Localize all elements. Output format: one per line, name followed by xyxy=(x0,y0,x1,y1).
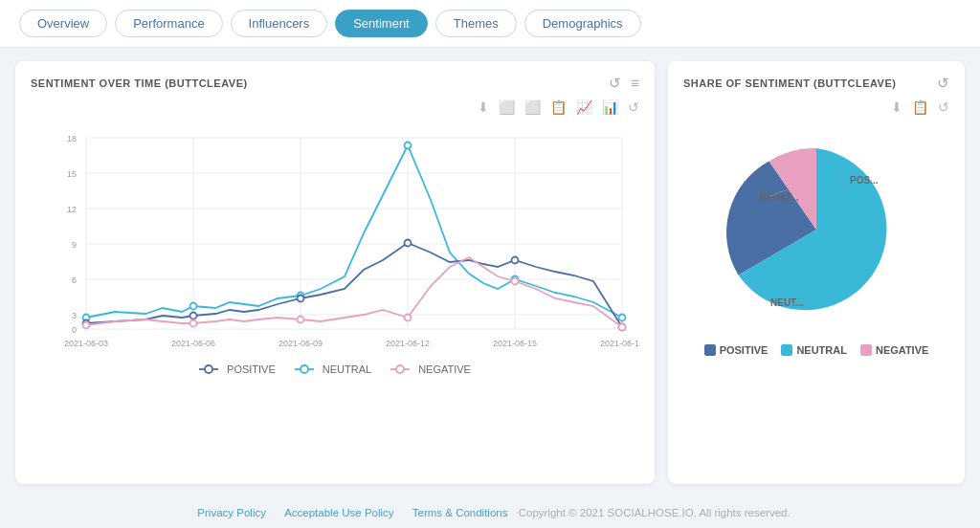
tab-sentiment[interactable]: Sentiment xyxy=(335,10,428,37)
select-icon[interactable]: ⬜ xyxy=(524,99,541,115)
card-icons-right: ↺ xyxy=(937,75,949,92)
line-chart-area: 18 15 12 9 6 3 0 2021-06-03 2021-06-06 2… xyxy=(31,119,639,396)
negative-swatch xyxy=(860,344,872,356)
svg-point-36 xyxy=(512,257,519,264)
legend-neutral: NEUTRAL xyxy=(295,363,371,375)
svg-text:18: 18 xyxy=(67,134,77,143)
pie-legend-neutral-label: NEUTRAL xyxy=(796,344,847,356)
tab-overview[interactable]: Overview xyxy=(19,10,107,37)
svg-point-33 xyxy=(190,313,197,319)
svg-point-43 xyxy=(619,324,626,331)
legend-neutral-label: NEUTRAL xyxy=(323,363,371,375)
line-chart-svg: 18 15 12 9 6 3 0 2021-06-03 2021-06-06 2… xyxy=(31,119,639,358)
line-chart-legend: POSITIVE NEUTRAL NEGATIVE xyxy=(31,363,639,375)
pie-legend: POSITIVE NEUTRAL NEGATIVE xyxy=(704,344,929,356)
share-of-sentiment-card: SHARE OF SENTIMENT (BUTTCLEAVE) ↺ ⬇ 📋 ↺ xyxy=(668,61,965,484)
svg-text:POS...: POS... xyxy=(850,175,879,186)
bar-chart-icon[interactable]: 📊 xyxy=(602,99,618,115)
copy-icon-pie[interactable]: 📋 xyxy=(912,99,928,115)
svg-point-34 xyxy=(298,296,304,302)
svg-point-39 xyxy=(190,320,197,327)
tab-performance[interactable]: Performance xyxy=(115,10,222,37)
svg-point-49 xyxy=(396,365,404,373)
acceptable-use-link[interactable]: Acceptable Use Policy xyxy=(284,507,393,518)
svg-text:12: 12 xyxy=(67,205,77,214)
svg-text:2021-06-03: 2021-06-03 xyxy=(64,339,108,348)
pie-legend-negative-label: NEGATIVE xyxy=(876,344,928,356)
svg-text:2021-06-09: 2021-06-09 xyxy=(278,339,323,348)
refresh-icon[interactable]: ↺ xyxy=(609,75,621,92)
positive-swatch xyxy=(704,344,716,356)
reset-icon-pie[interactable]: ↺ xyxy=(938,99,949,115)
tab-demographics[interactable]: Demographics xyxy=(524,10,641,37)
pie-area: POS... NEUT... NEGAT... POSITIVE NEUTRAL xyxy=(683,124,949,356)
line-chart-icon[interactable]: 📈 xyxy=(576,99,592,115)
privacy-policy-link[interactable]: Privacy Policy xyxy=(197,507,266,518)
copy-icon[interactable]: 📋 xyxy=(550,99,567,115)
svg-text:15: 15 xyxy=(67,169,77,179)
svg-point-31 xyxy=(619,315,626,321)
menu-icon[interactable]: ≡ xyxy=(631,75,639,92)
svg-point-42 xyxy=(512,278,519,285)
svg-point-38 xyxy=(83,322,90,329)
pie-chart-svg: POS... NEUT... NEGAT... xyxy=(711,124,922,335)
svg-text:2021-06-15: 2021-06-15 xyxy=(493,339,537,348)
crop-icon[interactable]: ⬜ xyxy=(499,99,515,115)
svg-point-47 xyxy=(301,365,308,373)
pie-toolbar: ⬇ 📋 ↺ xyxy=(683,99,949,115)
pie-legend-negative: NEGATIVE xyxy=(860,344,928,356)
svg-text:2021-06-06: 2021-06-06 xyxy=(171,339,215,348)
pie-legend-positive: POSITIVE xyxy=(704,344,768,356)
card-header-left: SENTIMENT OVER TIME (BUTTCLEAVE) ↺ ≡ xyxy=(31,75,639,92)
legend-positive: POSITIVE xyxy=(199,363,276,375)
download-icon-pie[interactable]: ⬇ xyxy=(891,99,902,115)
svg-point-45 xyxy=(205,365,212,373)
neutral-swatch xyxy=(781,344,792,356)
svg-text:9: 9 xyxy=(72,240,77,250)
tab-influencers[interactable]: Influencers xyxy=(231,10,328,37)
tab-themes[interactable]: Themes xyxy=(435,10,517,37)
sentiment-over-time-card: SENTIMENT OVER TIME (BUTTCLEAVE) ↺ ≡ ⬇ ⬜… xyxy=(15,61,655,484)
legend-negative-label: NEGATIVE xyxy=(418,363,471,375)
legend-negative: NEGATIVE xyxy=(390,363,471,375)
svg-point-29 xyxy=(405,143,412,149)
pie-legend-neutral: NEUTRAL xyxy=(781,344,847,356)
svg-point-27 xyxy=(190,303,197,310)
footer: Privacy Policy Acceptable Use Policy Ter… xyxy=(0,497,980,528)
chart-toolbar: ⬇ ⬜ ⬜ 📋 📈 📊 ↺ xyxy=(31,99,639,115)
main-content: SENTIMENT OVER TIME (BUTTCLEAVE) ↺ ≡ ⬇ ⬜… xyxy=(0,48,980,497)
pie-legend-positive-label: POSITIVE xyxy=(720,344,768,356)
card-icons-left: ↺ ≡ xyxy=(609,75,639,92)
reset-icon[interactable]: ↺ xyxy=(628,99,639,115)
left-card-title: SENTIMENT OVER TIME (BUTTCLEAVE) xyxy=(31,77,248,89)
card-header-right: SHARE OF SENTIMENT (BUTTCLEAVE) ↺ xyxy=(683,75,949,92)
right-card-title: SHARE OF SENTIMENT (BUTTCLEAVE) xyxy=(683,77,896,89)
copyright-text: Copyright © 2021 SOCIALHOSE.IO. All righ… xyxy=(519,507,791,518)
terms-link[interactable]: Terms & Conditions xyxy=(412,507,508,518)
svg-point-35 xyxy=(405,240,412,247)
refresh-icon-right[interactable]: ↺ xyxy=(937,75,949,92)
svg-text:3: 3 xyxy=(72,311,77,320)
svg-text:2021-06-18: 2021-06-18 xyxy=(600,339,639,348)
svg-text:2021-06-12: 2021-06-12 xyxy=(386,339,430,348)
svg-text:0: 0 xyxy=(72,325,77,335)
svg-point-40 xyxy=(298,317,304,323)
legend-positive-label: POSITIVE xyxy=(227,363,276,375)
download-icon[interactable]: ⬇ xyxy=(478,99,489,115)
svg-text:NEGAT...: NEGAT... xyxy=(759,192,799,203)
nav-bar: Overview Performance Influencers Sentime… xyxy=(0,0,980,48)
svg-point-41 xyxy=(405,315,412,321)
svg-text:6: 6 xyxy=(72,275,77,285)
